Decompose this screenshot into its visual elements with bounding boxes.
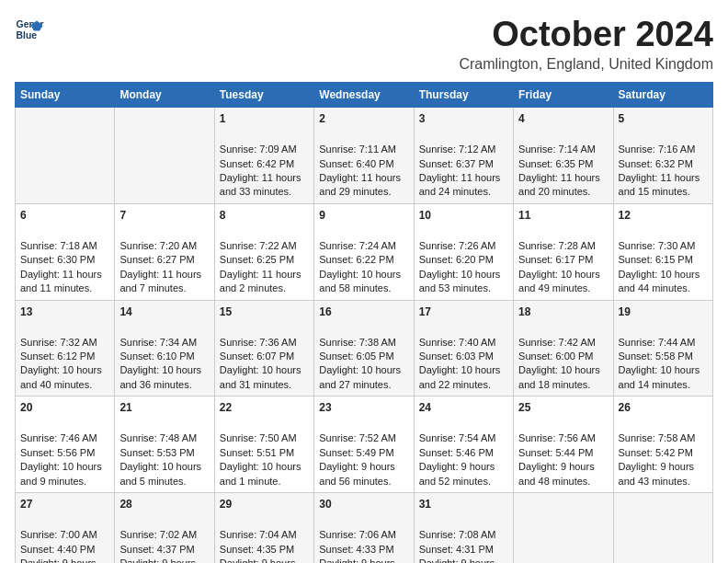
day-info: Daylight: 11 hours bbox=[419, 172, 501, 183]
day-info: and 1 minute. bbox=[220, 476, 281, 487]
day-info: Daylight: 10 hours bbox=[518, 269, 600, 280]
day-info: Daylight: 9 hours bbox=[518, 461, 595, 472]
calendar-cell: 25 Sunrise: 7:56 AM Sunset: 5:44 PM Dayl… bbox=[514, 396, 613, 493]
day-info: Sunrise: 7:44 AM bbox=[619, 337, 696, 348]
day-number: 18 bbox=[518, 304, 608, 320]
day-info: and 24 minutes. bbox=[419, 186, 491, 197]
day-info: Sunrise: 7:36 AM bbox=[220, 337, 297, 348]
calendar-cell: 16 Sunrise: 7:38 AM Sunset: 6:05 PM Dayl… bbox=[314, 300, 414, 396]
day-info: and 27 minutes. bbox=[319, 379, 391, 390]
location: Cramlington, England, United Kingdom bbox=[459, 56, 713, 73]
day-info: Daylight: 11 hours bbox=[220, 269, 301, 280]
day-info: Sunset: 4:37 PM bbox=[119, 544, 194, 555]
day-info: Sunrise: 7:09 AM bbox=[220, 144, 297, 155]
day-info: Daylight: 10 hours bbox=[518, 364, 600, 375]
day-info: Daylight: 10 hours bbox=[220, 461, 301, 472]
day-info: Daylight: 11 hours bbox=[518, 172, 600, 183]
day-info: Daylight: 10 hours bbox=[20, 364, 102, 375]
day-info: Sunset: 4:33 PM bbox=[319, 544, 393, 555]
day-number: 12 bbox=[619, 208, 708, 224]
day-number: 17 bbox=[419, 304, 508, 320]
day-header-friday: Friday bbox=[514, 83, 613, 108]
day-info: Daylight: 10 hours bbox=[619, 269, 700, 280]
day-number: 22 bbox=[220, 400, 309, 416]
day-header-tuesday: Tuesday bbox=[214, 83, 313, 108]
calendar-cell bbox=[514, 493, 613, 564]
calendar-table: SundayMondayTuesdayWednesdayThursdayFrid… bbox=[15, 82, 713, 563]
day-number: 21 bbox=[119, 400, 209, 416]
day-number: 11 bbox=[518, 208, 608, 224]
day-header-wednesday: Wednesday bbox=[314, 83, 414, 108]
day-info: Sunset: 6:42 PM bbox=[220, 158, 294, 169]
day-number: 20 bbox=[20, 400, 109, 416]
day-info: Sunrise: 7:12 AM bbox=[419, 144, 496, 155]
calendar-cell: 23 Sunrise: 7:52 AM Sunset: 5:49 PM Dayl… bbox=[314, 396, 414, 493]
day-info: and 2 minutes. bbox=[220, 282, 286, 293]
day-info: and 36 minutes. bbox=[119, 379, 191, 390]
calendar-cell: 5 Sunrise: 7:16 AM Sunset: 6:32 PM Dayli… bbox=[613, 108, 712, 204]
day-info: Sunset: 6:17 PM bbox=[518, 254, 593, 265]
day-info: and 7 minutes. bbox=[119, 282, 186, 293]
day-info: Sunrise: 7:20 AM bbox=[119, 240, 197, 251]
day-info: and 5 minutes. bbox=[119, 476, 186, 487]
calendar-cell: 31 Sunrise: 7:08 AM Sunset: 4:31 PM Dayl… bbox=[414, 493, 513, 564]
day-number: 28 bbox=[119, 497, 209, 512]
day-info: Sunset: 6:37 PM bbox=[419, 158, 494, 169]
day-info: Daylight: 11 hours bbox=[220, 172, 301, 183]
day-info: Sunset: 6:15 PM bbox=[619, 254, 693, 265]
day-number: 10 bbox=[419, 208, 508, 224]
day-info: and 52 minutes. bbox=[419, 476, 491, 487]
day-info: and 15 minutes. bbox=[619, 186, 690, 197]
day-info: and 18 minutes. bbox=[518, 379, 590, 390]
day-info: Daylight: 9 hours bbox=[119, 557, 196, 563]
day-header-monday: Monday bbox=[115, 83, 214, 108]
day-number: 6 bbox=[20, 208, 109, 224]
calendar-cell: 9 Sunrise: 7:24 AM Sunset: 6:22 PM Dayli… bbox=[314, 203, 414, 300]
day-info: Sunset: 5:46 PM bbox=[419, 447, 494, 458]
day-number: 26 bbox=[619, 400, 708, 416]
day-info: and 43 minutes. bbox=[619, 476, 690, 487]
day-info: Sunrise: 7:58 AM bbox=[619, 432, 696, 443]
calendar-cell: 17 Sunrise: 7:40 AM Sunset: 6:03 PM Dayl… bbox=[414, 300, 513, 396]
day-info: Sunrise: 7:02 AM bbox=[119, 529, 197, 540]
calendar-week-5: 27 Sunrise: 7:00 AM Sunset: 4:40 PM Dayl… bbox=[16, 493, 713, 564]
month-title: October 2024 bbox=[459, 15, 713, 54]
day-number: 3 bbox=[419, 111, 508, 127]
day-info: Sunrise: 7:56 AM bbox=[518, 432, 596, 443]
day-info: and 29 minutes. bbox=[319, 186, 391, 197]
day-info: Sunrise: 7:40 AM bbox=[419, 337, 496, 348]
day-info: Sunrise: 7:16 AM bbox=[619, 144, 696, 155]
calendar-cell: 13 Sunrise: 7:32 AM Sunset: 6:12 PM Dayl… bbox=[16, 300, 115, 396]
calendar-week-1: 1 Sunrise: 7:09 AM Sunset: 6:42 PM Dayli… bbox=[16, 108, 713, 204]
day-info: Daylight: 11 hours bbox=[319, 172, 401, 183]
day-number: 24 bbox=[419, 400, 508, 416]
day-info: Sunset: 6:12 PM bbox=[20, 350, 95, 362]
day-info: Daylight: 9 hours bbox=[419, 461, 495, 472]
calendar-cell: 26 Sunrise: 7:58 AM Sunset: 5:42 PM Dayl… bbox=[613, 396, 712, 493]
day-info: and 11 minutes. bbox=[20, 282, 92, 293]
calendar-cell: 1 Sunrise: 7:09 AM Sunset: 6:42 PM Dayli… bbox=[214, 108, 313, 204]
day-info: Sunrise: 7:04 AM bbox=[220, 529, 297, 540]
day-info: Sunset: 5:56 PM bbox=[20, 447, 95, 458]
header: General Blue October 2024 Cramlington, E… bbox=[15, 15, 713, 73]
day-info: Sunset: 5:53 PM bbox=[119, 447, 194, 458]
day-number: 13 bbox=[20, 304, 109, 320]
day-info: and 44 minutes. bbox=[619, 282, 690, 293]
day-info: Sunrise: 7:30 AM bbox=[619, 240, 696, 251]
calendar-cell: 15 Sunrise: 7:36 AM Sunset: 6:07 PM Dayl… bbox=[214, 300, 313, 396]
title-block: October 2024 Cramlington, England, Unite… bbox=[459, 15, 713, 73]
day-info: and 48 minutes. bbox=[518, 476, 590, 487]
day-info: Daylight: 11 hours bbox=[619, 172, 700, 183]
day-info: and 22 minutes. bbox=[419, 379, 491, 390]
calendar-cell bbox=[613, 493, 712, 564]
day-info: and 9 minutes. bbox=[20, 476, 86, 487]
day-info: Daylight: 9 hours bbox=[20, 557, 97, 563]
day-info: Daylight: 9 hours bbox=[419, 557, 495, 563]
day-number: 8 bbox=[220, 208, 309, 224]
day-info: Sunset: 6:32 PM bbox=[619, 158, 693, 169]
day-info: Sunrise: 7:54 AM bbox=[419, 432, 496, 443]
day-number: 25 bbox=[518, 400, 608, 416]
calendar-cell: 8 Sunrise: 7:22 AM Sunset: 6:25 PM Dayli… bbox=[214, 203, 313, 300]
day-info: Daylight: 9 hours bbox=[319, 461, 395, 472]
day-number: 27 bbox=[20, 497, 109, 512]
